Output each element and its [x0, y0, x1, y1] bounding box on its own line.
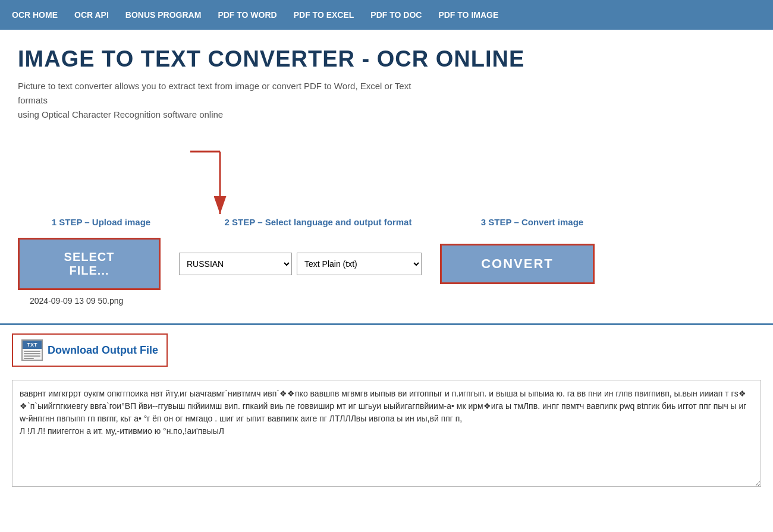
file-name: 2024-09-09 13 09 50.png: [18, 296, 755, 306]
hero-description: Picture to text converter allows you to …: [18, 79, 434, 122]
download-section: TXT Download Output File: [0, 325, 773, 375]
nav-pdf-to-word[interactable]: PDF TO WORD: [218, 10, 276, 20]
txt-file-icon: TXT: [21, 339, 43, 361]
arrow-graphic: [184, 146, 256, 223]
nav-pdf-to-doc[interactable]: PDF TO DOC: [370, 10, 422, 20]
navigation: OCR HOME OCR API BONUS PROGRAM PDF TO WO…: [0, 0, 773, 30]
steps-section: 1 STEP – Upload image 2 STEP – Select la…: [0, 128, 773, 317]
nav-ocr-home[interactable]: OCR HOME: [12, 10, 58, 20]
convert-button[interactable]: CONVERT: [440, 244, 595, 284]
step2-label: 2 STEP – Select language and output form…: [225, 217, 412, 227]
format-select[interactable]: Text Plain (txt) Microsoft Word (docx) M…: [297, 253, 422, 275]
step3-label: 3 STEP – Convert image: [481, 217, 583, 227]
step1-label: 1 STEP – Upload image: [52, 217, 150, 227]
page-title: IMAGE TO TEXT CONVERTER - OCR ONLINE: [18, 46, 755, 72]
nav-bonus-program[interactable]: BONUS PROGRAM: [125, 10, 202, 20]
hero-section: IMAGE TO TEXT CONVERTER - OCR ONLINE Pic…: [0, 30, 773, 128]
download-label: Download Output File: [48, 344, 158, 357]
download-output-link[interactable]: TXT Download Output File: [12, 333, 168, 367]
language-select[interactable]: RUSSIAN ENGLISH FRENCH GERMAN SPANISH CH…: [179, 253, 292, 275]
select-file-button[interactable]: SELECT FILE...: [18, 238, 161, 290]
nav-ocr-api[interactable]: OCR API: [74, 10, 109, 20]
nav-pdf-to-excel[interactable]: PDF TO EXCEL: [294, 10, 354, 20]
nav-pdf-to-image[interactable]: PDF TO IMAGE: [438, 10, 498, 20]
output-textarea[interactable]: [12, 380, 761, 487]
